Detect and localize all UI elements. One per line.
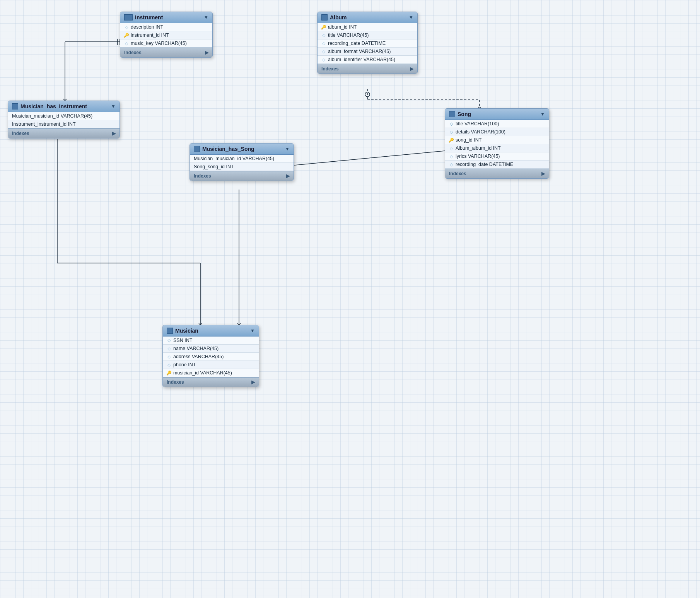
musician-table: Musician ▼ ◇ SSN INT ◇ name VARCHAR(45) … bbox=[162, 325, 259, 387]
mhi-dropdown-icon[interactable]: ▼ bbox=[111, 104, 116, 109]
album-table: Album ▼ 🔑 album_id INT ◇ title VARCHAR(4… bbox=[317, 12, 418, 74]
field-text: recording_date DATETIME bbox=[456, 162, 513, 167]
diamond-icon: ◇ bbox=[449, 130, 454, 134]
mhi-table-icon bbox=[12, 103, 18, 109]
diamond-outline-icon: ◇ bbox=[167, 362, 171, 367]
diamond-outline-icon: ◇ bbox=[321, 33, 326, 38]
musician-header[interactable]: Musician ▼ bbox=[163, 325, 259, 337]
mhs-table-icon bbox=[194, 146, 200, 152]
diamond-outline-icon: ◇ bbox=[167, 346, 171, 351]
table-row: Song_song_id INT bbox=[190, 163, 294, 171]
mhi-footer[interactable]: Indexes ▶ bbox=[8, 128, 120, 138]
instrument-table: Instrument ▼ ◇ description INT 🔑 instrum… bbox=[120, 12, 213, 58]
mhi-body: Musician_musician_id VARCHAR(45) Instrum… bbox=[8, 112, 120, 128]
footer-arrow-icon: ▶ bbox=[251, 379, 255, 385]
field-text: title VARCHAR(45) bbox=[328, 32, 369, 38]
table-row: ◇ name VARCHAR(45) bbox=[163, 345, 259, 353]
instrument-body: ◇ description INT 🔑 instrument_id INT ◇ … bbox=[120, 23, 212, 48]
field-text: address VARCHAR(45) bbox=[173, 354, 224, 359]
album-body: 🔑 album_id INT ◇ title VARCHAR(45) ◇ rec… bbox=[318, 23, 417, 64]
musician-has-instrument-table: Musician_has_Instrument ▼ Musician_music… bbox=[8, 101, 120, 138]
song-title: Song bbox=[458, 111, 538, 117]
album-header[interactable]: Album ▼ bbox=[318, 12, 417, 23]
pk-icon: 🔑 bbox=[124, 33, 129, 38]
field-text: Album_album_id INT bbox=[456, 145, 501, 151]
field-text: song_id INT bbox=[456, 137, 481, 143]
field-text: Instrument_instrument_id INT bbox=[12, 121, 76, 127]
table-row: ◇ title VARCHAR(100) bbox=[445, 120, 549, 128]
field-text: phone INT bbox=[173, 362, 196, 367]
table-row: ◇ description INT bbox=[120, 23, 212, 31]
field-text: details VARCHAR(100) bbox=[456, 129, 505, 135]
album-table-icon bbox=[321, 14, 328, 21]
table-row: ◇ phone INT bbox=[163, 361, 259, 369]
song-table: Song ▼ ◇ title VARCHAR(100) ◇ details VA… bbox=[445, 108, 549, 179]
mhs-footer[interactable]: Indexes ▶ bbox=[190, 171, 294, 181]
diamond-outline-icon: ◇ bbox=[449, 146, 454, 150]
mhs-body: Musician_musician_id VARCHAR(45) Song_so… bbox=[190, 155, 294, 171]
mhs-dropdown-icon[interactable]: ▼ bbox=[285, 146, 290, 152]
album-footer[interactable]: Indexes ▶ bbox=[318, 64, 417, 73]
field-text: Song_song_id INT bbox=[194, 164, 234, 169]
table-row: 🔑 musician_id VARCHAR(45) bbox=[163, 369, 259, 377]
field-text: Musician_musician_id VARCHAR(45) bbox=[194, 156, 274, 161]
diamond-outline-icon: ◇ bbox=[321, 57, 326, 62]
table-row: ◇ title VARCHAR(45) bbox=[318, 31, 417, 39]
musician-dropdown-icon[interactable]: ▼ bbox=[250, 328, 255, 333]
pk-icon: 🔑 bbox=[449, 138, 454, 142]
diamond-outline-icon: ◇ bbox=[449, 154, 454, 159]
field-text: title VARCHAR(100) bbox=[456, 121, 499, 126]
field-text: name VARCHAR(45) bbox=[173, 346, 219, 351]
indexes-label: Indexes bbox=[449, 171, 466, 176]
musician-title: Musician bbox=[175, 328, 248, 334]
song-dropdown-icon[interactable]: ▼ bbox=[540, 111, 545, 117]
table-row: ◇ Album_album_id INT bbox=[445, 144, 549, 152]
mhs-header[interactable]: Musician_has_Song ▼ bbox=[190, 144, 294, 155]
table-row: ◇ recording_date DATETIME bbox=[445, 161, 549, 169]
musician-body: ◇ SSN INT ◇ name VARCHAR(45) ◇ address V… bbox=[163, 337, 259, 377]
instrument-header[interactable]: Instrument ▼ bbox=[120, 12, 212, 23]
footer-arrow-icon: ▶ bbox=[541, 171, 545, 176]
table-row: ◇ address VARCHAR(45) bbox=[163, 353, 259, 361]
musician-footer[interactable]: Indexes ▶ bbox=[163, 377, 259, 387]
diamond-icon: ◇ bbox=[449, 121, 454, 126]
song-header[interactable]: Song ▼ bbox=[445, 109, 549, 120]
diamond-outline-icon: ◇ bbox=[167, 354, 171, 359]
table-row: ◇ lyrics VARCHAR(45) bbox=[445, 152, 549, 161]
indexes-label: Indexes bbox=[321, 66, 339, 72]
pk-icon: 🔑 bbox=[321, 25, 326, 29]
table-row: 🔑 instrument_id INT bbox=[120, 31, 212, 39]
field-text: recording_date DATETIME bbox=[328, 41, 386, 46]
table-row: Instrument_instrument_id INT bbox=[8, 120, 120, 128]
instrument-title: Instrument bbox=[135, 14, 201, 21]
indexes-label: Indexes bbox=[12, 131, 29, 136]
svg-point-28 bbox=[365, 92, 370, 97]
table-row: ◇ album_format VARCHAR(45) bbox=[318, 48, 417, 56]
diamond-outline-icon: ◇ bbox=[449, 162, 454, 167]
field-text: music_key VARCHAR(45) bbox=[131, 41, 187, 46]
mhi-header[interactable]: Musician_has_Instrument ▼ bbox=[8, 101, 120, 112]
table-row: ◇ music_key VARCHAR(45) bbox=[120, 39, 212, 48]
mhi-title: Musician_has_Instrument bbox=[20, 103, 109, 109]
footer-arrow-icon: ▶ bbox=[205, 50, 208, 55]
table-row: ◇ album_identifier VARCHAR(45) bbox=[318, 56, 417, 64]
song-table-icon bbox=[449, 111, 455, 117]
diamond-outline-icon: ◇ bbox=[321, 49, 326, 54]
field-text: instrument_id INT bbox=[131, 32, 169, 38]
album-dropdown-icon[interactable]: ▼ bbox=[409, 15, 413, 20]
table-row: 🔑 song_id INT bbox=[445, 136, 549, 144]
instrument-table-icon bbox=[124, 14, 133, 21]
field-text: album_id INT bbox=[328, 24, 357, 30]
indexes-label: Indexes bbox=[194, 173, 211, 179]
diamond-outline-icon: ◇ bbox=[124, 41, 129, 46]
field-text: album_format VARCHAR(45) bbox=[328, 49, 391, 54]
footer-arrow-icon: ▶ bbox=[112, 131, 116, 136]
instrument-footer[interactable]: Indexes ▶ bbox=[120, 48, 212, 57]
song-footer[interactable]: Indexes ▶ bbox=[445, 169, 549, 178]
instrument-dropdown-icon[interactable]: ▼ bbox=[204, 15, 208, 20]
field-text: album_identifier VARCHAR(45) bbox=[328, 57, 395, 62]
diamond-icon: ◇ bbox=[124, 25, 129, 29]
table-row: ◇ SSN INT bbox=[163, 337, 259, 345]
field-text: Musician_musician_id VARCHAR(45) bbox=[12, 113, 92, 119]
footer-arrow-icon: ▶ bbox=[286, 173, 290, 179]
